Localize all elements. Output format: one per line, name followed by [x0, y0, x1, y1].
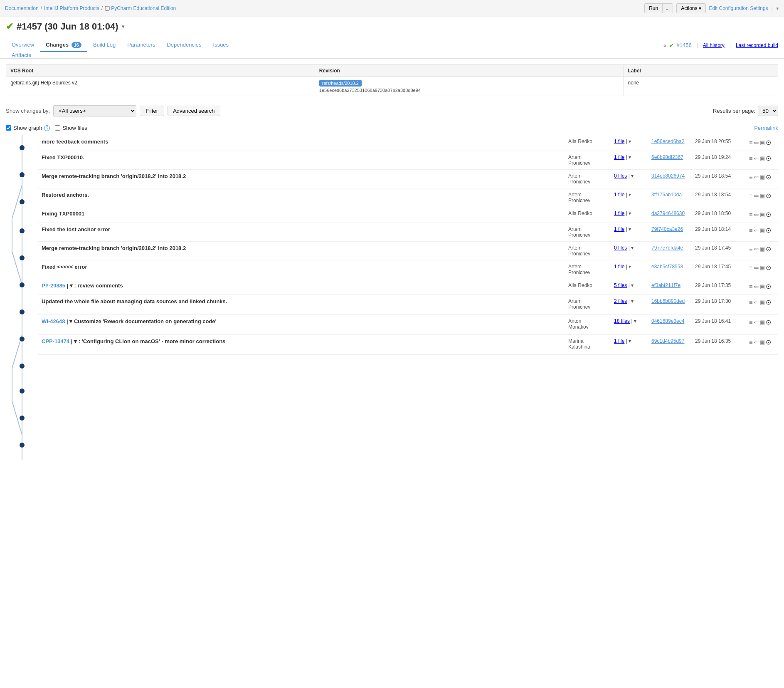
action-patch-0[interactable]: ⇐: [754, 139, 759, 146]
files-link-11[interactable]: 1 file: [614, 338, 624, 344]
action-diff-11[interactable]: ≡: [749, 339, 753, 346]
filter-button[interactable]: Filter: [140, 106, 164, 116]
files-link-6[interactable]: 0 files: [614, 245, 627, 251]
action-diff-7[interactable]: ≡: [749, 264, 753, 271]
task-link-10[interactable]: WI-42648: [42, 318, 65, 324]
action-patch-4[interactable]: ⇐: [754, 211, 759, 218]
github-icon-6[interactable]: ⊙: [766, 245, 771, 253]
show-graph-label[interactable]: Show graph ?: [6, 125, 50, 131]
action-view-1[interactable]: ▣: [760, 155, 765, 161]
github-icon-7[interactable]: ⊙: [766, 264, 771, 272]
action-patch-5[interactable]: ⇐: [754, 227, 759, 234]
top-chevron-icon[interactable]: ▾: [776, 5, 779, 12]
github-icon-5[interactable]: ⊙: [766, 226, 771, 234]
hash-link-0[interactable]: 1e56eced6ba2: [651, 139, 684, 144]
hash-link-4[interactable]: da2794648630: [651, 210, 685, 216]
hash-link-2[interactable]: 314eb8026974: [651, 173, 685, 179]
breadcrumb-intellij[interactable]: IntelliJ Platform Products: [44, 5, 99, 11]
tab-parameters[interactable]: Parameters: [121, 38, 161, 52]
advanced-search-button[interactable]: Advanced search: [168, 106, 220, 116]
task-link-11[interactable]: CPP-13474: [42, 338, 69, 344]
show-graph-help-icon[interactable]: ?: [44, 125, 50, 131]
per-page-select[interactable]: 50: [758, 106, 778, 116]
action-view-3[interactable]: ▣: [760, 193, 765, 199]
breadcrumb-documentation[interactable]: Documentation: [5, 5, 39, 11]
hash-link-5[interactable]: 79f740ca3e26: [651, 226, 683, 232]
show-files-label[interactable]: Show files: [55, 125, 87, 131]
github-icon-11[interactable]: ⊙: [766, 338, 771, 346]
action-view-11[interactable]: ▣: [760, 339, 765, 345]
all-history-link[interactable]: All history: [703, 42, 725, 48]
action-view-9[interactable]: ▣: [760, 299, 765, 305]
github-icon-1[interactable]: ⊙: [766, 154, 771, 162]
actions-button[interactable]: Actions ▾: [676, 3, 705, 13]
prev-build-icon[interactable]: «: [663, 42, 667, 49]
tab-dependencies[interactable]: Dependencies: [161, 38, 207, 52]
show-graph-checkbox[interactable]: [6, 125, 11, 131]
action-view-7[interactable]: ▣: [760, 265, 765, 271]
action-patch-6[interactable]: ⇐: [754, 245, 759, 253]
files-link-3[interactable]: 1 file: [614, 192, 624, 198]
task-link-8[interactable]: PY-29885: [42, 282, 65, 289]
prev-build-link[interactable]: #1456: [677, 42, 692, 48]
tab-changes[interactable]: Changes 16: [40, 38, 87, 52]
files-link-4[interactable]: 1 file: [614, 210, 624, 216]
action-view-10[interactable]: ▣: [760, 319, 765, 325]
action-view-8[interactable]: ▣: [760, 283, 765, 290]
hash-link-11[interactable]: 69c1d4b95d97: [651, 338, 684, 344]
files-link-2[interactable]: 0 files: [614, 173, 627, 179]
hash-link-7[interactable]: e8ab5cf78558: [651, 264, 683, 270]
hash-link-1[interactable]: 6e8b98df2367: [651, 154, 683, 160]
files-link-10[interactable]: 18 files: [614, 318, 630, 324]
files-link-7[interactable]: 1 file: [614, 264, 624, 270]
action-diff-1[interactable]: ≡: [749, 155, 753, 162]
run-more-button[interactable]: ...: [663, 4, 673, 13]
files-link-9[interactable]: 2 files: [614, 298, 627, 304]
title-dropdown-icon[interactable]: ▾: [122, 24, 124, 30]
action-diff-4[interactable]: ≡: [749, 211, 753, 218]
action-patch-3[interactable]: ⇐: [754, 192, 759, 200]
show-files-checkbox[interactable]: [55, 125, 60, 131]
action-diff-9[interactable]: ≡: [749, 299, 753, 306]
hash-link-9[interactable]: 16bb6b890ded: [651, 298, 685, 304]
tab-buildlog[interactable]: Build Log: [87, 38, 121, 52]
tab-issues[interactable]: Issues: [207, 38, 235, 52]
user-select[interactable]: <All users>: [53, 105, 136, 116]
action-patch-11[interactable]: ⇐: [754, 339, 759, 346]
action-patch-10[interactable]: ⇐: [754, 319, 759, 326]
files-link-5[interactable]: 1 file: [614, 226, 624, 232]
github-icon-3[interactable]: ⊙: [766, 192, 771, 200]
permalink-link[interactable]: Permalink: [754, 125, 778, 131]
revision-badge[interactable]: refs/heads/2018.2: [319, 80, 362, 88]
action-patch-2[interactable]: ⇐: [754, 173, 759, 181]
github-icon-4[interactable]: ⊙: [766, 210, 771, 218]
action-diff-6[interactable]: ≡: [749, 245, 753, 252]
last-recorded-link[interactable]: Last recorded build: [736, 42, 778, 48]
github-icon-10[interactable]: ⊙: [766, 318, 771, 326]
action-diff-2[interactable]: ≡: [749, 173, 753, 181]
action-view-2[interactable]: ▣: [760, 174, 765, 180]
github-icon-8[interactable]: ⊙: [766, 282, 771, 290]
run-button[interactable]: Run: [645, 4, 663, 13]
action-patch-9[interactable]: ⇐: [754, 299, 759, 306]
action-diff-0[interactable]: ≡: [749, 139, 753, 146]
tab-artifacts[interactable]: Artifacts: [6, 50, 37, 62]
github-icon-9[interactable]: ⊙: [766, 298, 771, 306]
files-link-1[interactable]: 1 file: [614, 154, 624, 160]
action-patch-8[interactable]: ⇐: [754, 283, 759, 290]
action-diff-8[interactable]: ≡: [749, 283, 753, 290]
action-patch-7[interactable]: ⇐: [754, 264, 759, 272]
action-view-4[interactable]: ▣: [760, 211, 765, 218]
files-link-0[interactable]: 1 file: [614, 139, 624, 144]
hash-link-6[interactable]: 7977c7dfda4e: [651, 245, 683, 251]
action-diff-10[interactable]: ≡: [749, 319, 753, 326]
action-view-5[interactable]: ▣: [760, 227, 765, 233]
action-patch-1[interactable]: ⇐: [754, 155, 759, 162]
edit-config-button[interactable]: Edit Configuration Settings: [709, 5, 768, 11]
action-diff-3[interactable]: ≡: [749, 192, 753, 199]
breadcrumb-pycharm[interactable]: PyCharm Educational Edition: [105, 5, 176, 11]
github-icon-0[interactable]: ⊙: [766, 139, 771, 146]
files-link-8[interactable]: 5 files: [614, 282, 627, 288]
hash-link-3[interactable]: 3ff176ab10da: [651, 192, 682, 198]
action-view-0[interactable]: ▣: [760, 139, 765, 146]
